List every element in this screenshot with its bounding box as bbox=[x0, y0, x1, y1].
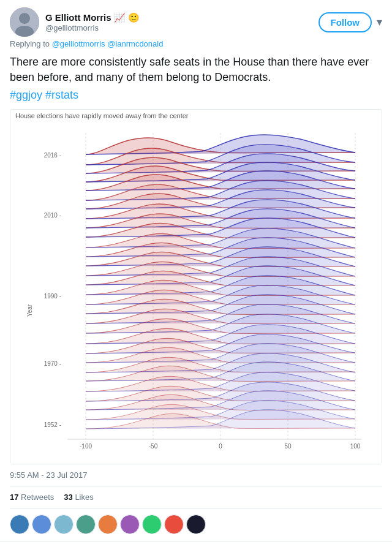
liker-avatar-7[interactable] bbox=[142, 515, 162, 534]
svg-text:100: 100 bbox=[350, 443, 361, 450]
timestamp: 9:55 AM - 23 Jul 2017 bbox=[10, 470, 382, 480]
likers-row bbox=[10, 515, 382, 542]
svg-text:Year: Year bbox=[26, 304, 33, 317]
retweet-label: Retweets bbox=[21, 493, 54, 502]
avatar-image bbox=[10, 7, 39, 37]
like-label: Likes bbox=[75, 493, 93, 502]
tweet-text-content: There are more consistently safe seats i… bbox=[10, 56, 369, 83]
tweet-stats: 17 Retweets 33 Likes bbox=[10, 486, 382, 508]
liker-avatar-1[interactable] bbox=[10, 515, 29, 534]
reply-to-user-1[interactable]: @gelliottmorris bbox=[52, 39, 105, 48]
like-count: 33 bbox=[64, 493, 72, 502]
svg-text:1990 -: 1990 - bbox=[44, 293, 61, 300]
svg-text:2010 -: 2010 - bbox=[44, 212, 61, 219]
svg-point-1 bbox=[19, 13, 30, 24]
svg-text:0: 0 bbox=[219, 443, 222, 450]
reply-to: Replying to @gelliottmorris @ianrmcdonal… bbox=[10, 39, 382, 48]
chart-svg-wrapper: Year -100 -50 0 50 100 2016 - 2010 - 199… bbox=[10, 121, 382, 464]
like-stat[interactable]: 33 Likes bbox=[64, 493, 93, 502]
liker-avatar-5[interactable] bbox=[98, 515, 118, 534]
liker-avatar-8[interactable] bbox=[164, 515, 184, 534]
chevron-down-icon[interactable]: ▾ bbox=[377, 15, 382, 29]
retweet-stat[interactable]: 17 Retweets bbox=[10, 493, 54, 502]
author-name-text: G Elliott Morris bbox=[45, 12, 111, 23]
avatar[interactable] bbox=[10, 7, 39, 37]
chart-title: House elections have rapidly moved away … bbox=[10, 110, 382, 121]
svg-text:-50: -50 bbox=[149, 443, 158, 450]
header-right: Follow ▾ bbox=[318, 12, 383, 32]
svg-text:2016 -: 2016 - bbox=[44, 152, 61, 159]
svg-text:50: 50 bbox=[284, 443, 292, 450]
tweet-container: G Elliott Morris 📈 🙂 @gelliottmorris Fol… bbox=[0, 0, 392, 542]
svg-text:-100: -100 bbox=[80, 443, 92, 450]
display-name[interactable]: G Elliott Morris 📈 🙂 bbox=[45, 12, 140, 23]
follow-button[interactable]: Follow bbox=[318, 12, 372, 32]
chart-container: House elections have rapidly moved away … bbox=[10, 109, 382, 464]
author-info: G Elliott Morris 📈 🙂 @gelliottmorris bbox=[45, 12, 140, 32]
liker-avatar-4[interactable] bbox=[76, 515, 96, 534]
tweet-author: G Elliott Morris 📈 🙂 @gelliottmorris bbox=[10, 7, 140, 37]
screen-name[interactable]: @gelliottmorris bbox=[45, 23, 140, 32]
author-emojis: 📈 🙂 bbox=[114, 12, 140, 23]
svg-text:1952 -: 1952 - bbox=[44, 421, 61, 428]
retweet-count: 17 bbox=[10, 493, 18, 502]
tweet-hashtags[interactable]: #ggjoy #rstats bbox=[10, 89, 382, 102]
reply-to-user-2[interactable]: @ianrmcdonald bbox=[107, 39, 163, 48]
liker-avatar-9[interactable] bbox=[186, 515, 206, 534]
tweet-text: There are more consistently safe seats i… bbox=[10, 55, 382, 85]
liker-avatar-6[interactable] bbox=[120, 515, 140, 534]
svg-text:1970 -: 1970 - bbox=[44, 360, 61, 367]
liker-avatar-2[interactable] bbox=[32, 515, 51, 534]
reply-to-label: Replying to bbox=[10, 39, 50, 48]
liker-avatar-3[interactable] bbox=[54, 515, 74, 534]
tweet-header: G Elliott Morris 📈 🙂 @gelliottmorris Fol… bbox=[10, 7, 382, 37]
